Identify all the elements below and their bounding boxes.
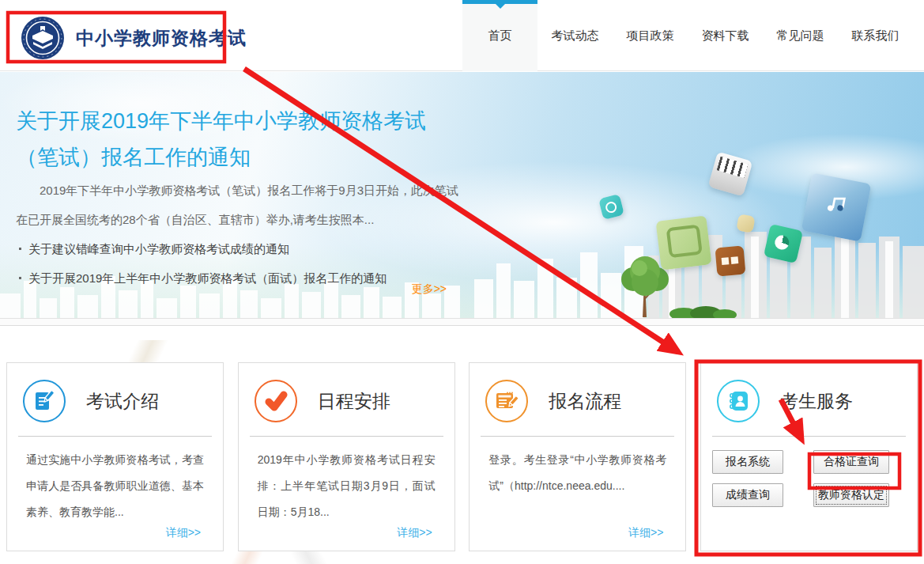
- nav-item-label: 联系我们: [838, 0, 913, 71]
- piano-cube-icon: [708, 152, 753, 197]
- detail-link[interactable]: 详细>>: [166, 526, 201, 540]
- card-text: 登录。考生登录“中小学教师资格考试”（http://ntce.neea.edu.…: [488, 447, 666, 499]
- service-buttons: 报名系统 合格证查询 成绩查询 教师资格认定: [712, 450, 917, 507]
- card-header: 考生服务: [701, 363, 917, 436]
- nav-item-contact[interactable]: 联系我们: [838, 0, 913, 71]
- card-title: 考生服务: [780, 389, 853, 414]
- nav-item-label: 资料下载: [688, 0, 763, 71]
- nav-item-policies[interactable]: 项目政策: [613, 0, 688, 71]
- card-registration-process: 报名流程 登录。考生登录“中小学教师资格考试”（http://ntce.neea…: [469, 362, 686, 551]
- card-exam-introduction: 考试介绍 通过实施中小学教师资格考试，考查申请人是否具备教师职业道德、基本素养、…: [6, 362, 224, 551]
- card-text: 2019年中小学教师资格考试日程安排：上半年笔试日期3月9日，面试日期：5月18…: [258, 447, 436, 525]
- detail-link[interactable]: 详细>>: [397, 526, 432, 540]
- search-cube-icon: [598, 194, 624, 220]
- news-link[interactable]: 关于建议错峰查询中小学教师资格考试成绩的通知: [17, 234, 460, 263]
- card-header: 日程安排: [239, 363, 454, 436]
- divider: [250, 436, 443, 437]
- main-nav: 首页 考试动态 项目政策 资料下载 常见问题 联系我们: [462, 0, 913, 71]
- divider: [481, 436, 674, 437]
- teacher-qualification-button[interactable]: 教师资格认定: [813, 483, 889, 507]
- logo-title: 中小学教师资格考试: [76, 26, 247, 51]
- card-title: 考试介绍: [86, 389, 159, 414]
- bushes-illustration: [668, 303, 739, 319]
- divider: [712, 436, 906, 437]
- nav-item-label: 首页: [462, 0, 537, 71]
- nav-item-label: 项目政策: [613, 0, 688, 71]
- card-candidate-services: 考生服务 报名系统 合格证查询 成绩查询 教师资格认定: [700, 362, 918, 551]
- more-link[interactable]: 更多>>: [16, 282, 447, 297]
- active-tab-indicator: [462, 0, 537, 4]
- nav-item-faq[interactable]: 常见问题: [763, 0, 838, 71]
- registration-system-button[interactable]: 报名系统: [712, 450, 783, 474]
- music-note-cube-icon: [801, 172, 872, 241]
- card-schedule: 日程安排 2019年中小学教师资格考试日程安排：上半年笔试日期3月9日，面试日期…: [238, 362, 455, 551]
- banner-ground: [0, 318, 924, 325]
- nav-item-home[interactable]: 首页: [462, 0, 537, 71]
- featured-notice-summary: 2019年下半年中小学教师资格考试（笔试）报名工作将于9月3日开始，此次笔试在已…: [16, 176, 470, 234]
- card-header: 考试介绍: [7, 363, 223, 436]
- detail-link[interactable]: 详细>>: [628, 526, 663, 540]
- nav-item-label: 常见问题: [763, 0, 838, 71]
- nav-item-label: 考试动态: [537, 0, 613, 71]
- featured-notice-title[interactable]: 关于开展2019年下半年中小学教师资格考试（笔试）报名工作的通知: [16, 103, 468, 176]
- checkmark-icon: [255, 380, 297, 422]
- hero-banner: 关于开展2019年下半年中小学教师资格考试（笔试）报名工作的通知 2019年下半…: [0, 72, 924, 326]
- browser-pencil-icon: [485, 380, 528, 422]
- site-header: 中小学教师资格考试 首页 考试动态 项目政策 资料下载 常见问题 联系我们: [0, 0, 924, 71]
- contact-book-icon: [717, 380, 760, 422]
- nav-item-exam-news[interactable]: 考试动态: [537, 0, 613, 71]
- card-title: 报名流程: [549, 389, 621, 414]
- card-header: 报名流程: [470, 363, 685, 436]
- nav-item-downloads[interactable]: 资料下载: [688, 0, 763, 71]
- score-query-button[interactable]: 成绩查询: [712, 483, 783, 507]
- document-pen-icon: [23, 380, 66, 422]
- card-title: 日程安排: [318, 389, 390, 414]
- book-emblem-icon: [21, 16, 65, 60]
- small-cube-icon: [736, 214, 755, 233]
- card-text: 通过实施中小学教师资格考试，考查申请人是否具备教师职业道德、基本素养、教育教学能…: [26, 447, 204, 525]
- divider: [18, 436, 212, 437]
- info-cards-row: 考试介绍 通过实施中小学教师资格考试，考查申请人是否具备教师职业道德、基本素养、…: [6, 362, 918, 551]
- blocks-cube-icon: [715, 245, 745, 276]
- speech-bubble-cube-icon: [655, 215, 711, 270]
- site-logo[interactable]: 中小学教师资格考试: [21, 16, 247, 60]
- certificate-query-button[interactable]: 合格证查询: [813, 450, 889, 474]
